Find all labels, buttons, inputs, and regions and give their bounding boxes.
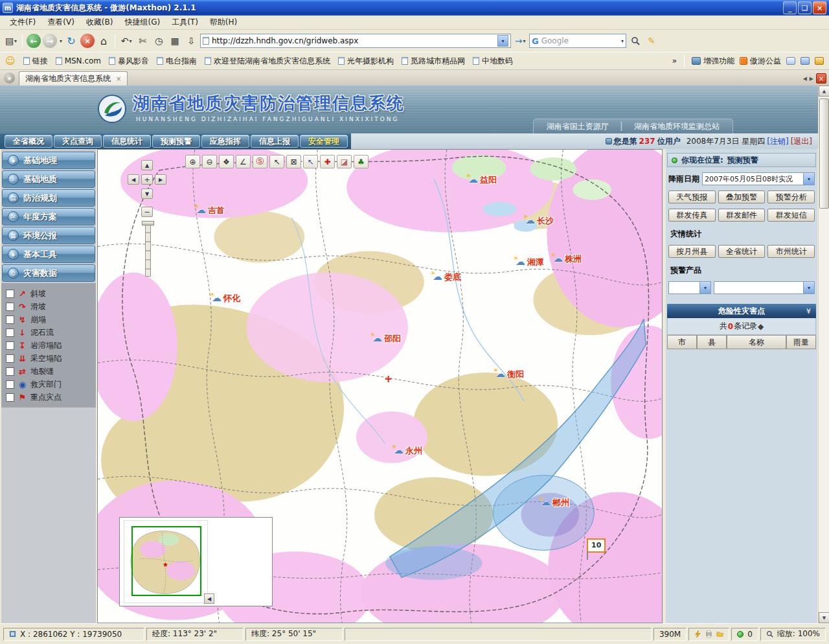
overview-collapse-button[interactable]: ◀	[204, 593, 214, 604]
product-select-1[interactable]: ▾	[668, 281, 711, 294]
sidebar-item[interactable]: ◍ 灾害数据	[2, 264, 95, 282]
layer-checkbox[interactable]	[6, 316, 14, 324]
printer-icon[interactable]	[705, 630, 712, 638]
zoom-out-tool[interactable]: ⊖	[202, 155, 217, 168]
forward-button[interactable]: →	[43, 34, 57, 48]
table-header-cell[interactable]: 县	[697, 335, 727, 349]
boost-lightning-icon[interactable]	[694, 630, 701, 638]
menu-item[interactable]: 查看(V)	[41, 15, 80, 30]
city-marker[interactable]: ☀☁ 怀化	[209, 293, 240, 305]
city-marker[interactable]: ☀☁ 郴州	[538, 497, 569, 509]
sidebar-item[interactable]: ◉ 基础地理	[2, 152, 95, 169]
back-button[interactable]: ←	[27, 34, 41, 48]
home-button[interactable]: ⌂	[97, 33, 111, 49]
sidebar-item[interactable]: ▦ 环境公报	[2, 227, 95, 244]
quick-link[interactable]: 电台指南	[157, 56, 197, 67]
nav-tab[interactable]: 预测预警	[152, 135, 200, 148]
table-header-cell[interactable]: 名称	[727, 335, 786, 349]
layer-checkbox[interactable]	[6, 367, 14, 376]
sidebar-item[interactable]: ▤ 防治规划	[2, 189, 95, 207]
rain-flag-marker[interactable]: 10	[587, 538, 606, 553]
eraser-tool[interactable]: ◪	[337, 155, 352, 168]
search-input[interactable]: Google	[541, 36, 618, 45]
danger-panel-header[interactable]: 危险性灾害点 ¥	[667, 304, 816, 318]
nav-tab[interactable]: 应急指挥	[201, 135, 249, 148]
menu-item[interactable]: 收藏(B)	[80, 15, 119, 30]
sidebar-item[interactable]: ◈ 基本工具	[2, 246, 95, 263]
zoom-out-button[interactable]: −	[141, 207, 153, 217]
address-bar[interactable]: http://dzzh.hndh.gov.cn/gridweb.aspx ▾	[200, 34, 511, 48]
tab-disaster-system[interactable]: 湖南省地质灾害信息系统 ×	[19, 71, 128, 86]
undo-button[interactable]: ↶▾	[119, 33, 133, 49]
tab-scroll-left-icon[interactable]: ◀	[803, 76, 807, 82]
close-button[interactable]: ×	[813, 1, 826, 14]
quick-link[interactable]: MSN.com	[56, 56, 101, 65]
quick-link[interactable]: 光年摄影机构	[338, 56, 394, 67]
tab-scroll-right-icon[interactable]: ▶	[810, 76, 813, 82]
layer-checkbox[interactable]	[6, 303, 14, 311]
page-scrollbar[interactable]: ▲ ▼	[818, 86, 829, 623]
menu-item[interactable]: 快捷组(G)	[119, 15, 166, 30]
sidebar-item[interactable]: ☏ 基础地质	[2, 170, 95, 188]
nav-tab[interactable]: 灾点查询	[54, 135, 102, 148]
select-rect-tool[interactable]: ⊠	[286, 155, 301, 168]
window-icon[interactable]	[801, 57, 810, 65]
city-marker[interactable]: ☀☁ 娄底	[430, 271, 461, 283]
panel-button[interactable]: 群发邮件	[718, 209, 766, 222]
zoom-slider-track[interactable]	[145, 222, 151, 277]
menu-item[interactable]: 工具(T)	[166, 15, 204, 30]
city-marker[interactable]: ☀☁ 吉首	[194, 205, 225, 216]
exit-link[interactable]: [退出]	[791, 136, 812, 147]
new-page-button[interactable]: ▤▾	[4, 33, 18, 49]
nav-tab[interactable]: 全省概况	[5, 135, 52, 148]
panel-button[interactable]: 按月州县	[668, 245, 716, 258]
panel-button[interactable]: 市州统计	[767, 245, 815, 258]
table-header-cell[interactable]: 雨量	[786, 335, 816, 349]
address-url[interactable]: http://dzzh.hndh.gov.cn/gridweb.aspx	[212, 36, 495, 45]
charity-link[interactable]: 傲游公益	[740, 56, 781, 67]
nav-tab[interactable]: 信息统计	[103, 135, 151, 148]
zoom-in-button[interactable]: +	[141, 174, 153, 185]
nav-tab[interactable]: 安全管理	[300, 135, 348, 148]
zoom-cell[interactable]: 缩放: 100%	[760, 628, 826, 641]
mail-icon[interactable]	[786, 57, 795, 65]
scrollbar-thumb[interactable]	[819, 98, 829, 209]
stop-button[interactable]: ×	[80, 34, 95, 48]
sidebar-item[interactable]: ✉ 年度方案	[2, 208, 95, 225]
pan-down-button[interactable]: ▼	[141, 189, 153, 199]
menu-item[interactable]: 文件(F)	[4, 15, 41, 30]
product-select-2[interactable]: ▾	[714, 281, 815, 294]
close-tab-button[interactable]: ×	[816, 73, 826, 84]
annotate-tool[interactable]: ✚	[320, 155, 335, 168]
overview-map[interactable]: ★ ◀	[119, 517, 273, 606]
minimize-button[interactable]: _	[783, 1, 797, 14]
quick-link[interactable]: 觅路城市精品网	[402, 56, 465, 67]
map-canvas[interactable]: ⊕⊖❖∠Ⓢ↖⊠↖✚◪♣ ▲ ◀ + ▶ ▼ − ☀☁ 吉首 ☀☁ 益阳 ☀☁ 长…	[97, 149, 663, 623]
link-geo-monitor[interactable]: 湖南省地质环境监测总站	[634, 121, 720, 132]
snap-button[interactable]: ✄	[135, 33, 150, 49]
gift-icon[interactable]	[815, 57, 824, 65]
zoom-in-tool[interactable]: ⊕	[185, 155, 200, 168]
scroll-up-icon[interactable]: ▲	[819, 86, 829, 97]
layer-checkbox[interactable]	[6, 328, 14, 337]
link-land-resources[interactable]: 湖南省国土资源厅	[547, 121, 609, 132]
pan-tool[interactable]: ❖	[219, 155, 234, 168]
city-marker[interactable]: ☀☁ 益阳	[466, 174, 497, 186]
zoom-slider-thumb[interactable]	[142, 221, 154, 225]
layer-checkbox[interactable]	[6, 290, 14, 298]
panel-button[interactable]: 叠加预警	[718, 190, 766, 203]
pan-right-button[interactable]: ▶	[155, 174, 166, 185]
city-marker[interactable]: ☀☁ 株洲	[551, 253, 582, 265]
quick-link[interactable]: 中地数码	[473, 56, 513, 67]
panel-button[interactable]: 预警分析	[767, 190, 815, 203]
rain-date-select[interactable]: 2007年05月05日08时实况 ▾	[702, 172, 815, 185]
layer-tree-tool[interactable]: ♣	[354, 155, 369, 168]
folder-icon[interactable]	[716, 630, 723, 638]
search-button[interactable]	[628, 33, 642, 49]
address-dropdown-button[interactable]: ▾	[497, 35, 508, 47]
layer-checkbox[interactable]	[6, 393, 14, 402]
select-arrow-tool[interactable]: ↖	[269, 155, 284, 168]
select-point-tool[interactable]: ↖	[303, 155, 318, 168]
panel-button[interactable]: 群发传真	[668, 209, 716, 222]
stop-tool[interactable]: Ⓢ	[253, 155, 267, 168]
